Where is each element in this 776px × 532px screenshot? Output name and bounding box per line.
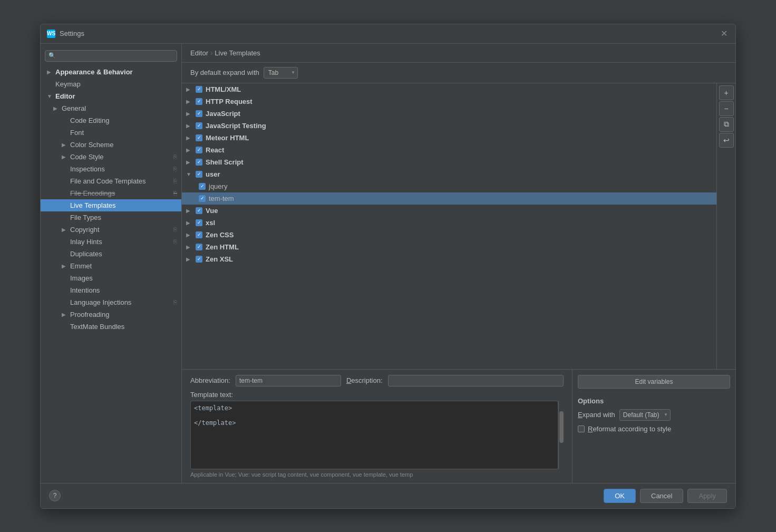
sidebar-item-live-templates[interactable]: Live Templates — [41, 199, 181, 211]
sidebar-item-label: Images — [70, 274, 93, 282]
group-arrow-icon — [186, 232, 192, 238]
group-checkbox[interactable] — [196, 159, 202, 166]
sidebar-item-duplicates[interactable]: Duplicates — [41, 248, 181, 260]
copy-icon: ⎘ — [173, 190, 177, 196]
group-checkbox[interactable] — [196, 86, 202, 93]
dialog-title: Settings — [60, 30, 84, 37]
group-zen-xsl[interactable]: Zen XSL — [182, 253, 716, 265]
group-checkbox[interactable] — [196, 231, 202, 238]
sidebar-item-images[interactable]: Images — [41, 272, 181, 284]
copy-icon: ⎘ — [173, 166, 177, 172]
templates-list: HTML/XML HTTP Request JavaScript — [182, 83, 716, 369]
sidebar-item-emmet[interactable]: ▶ Emmet — [41, 260, 181, 272]
item-checkbox[interactable] — [199, 183, 206, 190]
group-zen-css[interactable]: Zen CSS — [182, 229, 716, 241]
template-item-tem-tem[interactable]: tem-tem — [182, 192, 716, 205]
sidebar-item-inspections[interactable]: Inspections ⎘ — [41, 163, 181, 175]
add-button[interactable]: + — [719, 85, 734, 100]
group-react[interactable]: React — [182, 144, 716, 156]
group-arrow-icon — [186, 244, 192, 250]
breadcrumb: Editor › Live Templates — [182, 44, 735, 63]
arrow-icon: ▶ — [62, 227, 68, 233]
template-item-jquery[interactable]: jquery — [182, 180, 716, 192]
group-arrow-icon — [186, 256, 192, 262]
group-shell-script[interactable]: Shell Script — [182, 156, 716, 168]
sidebar-item-editor[interactable]: ▼ Editor — [41, 90, 181, 102]
copy-button[interactable]: ⧉ — [719, 117, 734, 132]
remove-button[interactable]: − — [719, 101, 734, 116]
edit-variables-button[interactable]: Edit variables — [578, 375, 730, 389]
group-checkbox[interactable] — [196, 98, 202, 105]
template-text-area[interactable]: <template> </template> — [190, 401, 558, 469]
options-expand-wrapper[interactable]: Default (Tab) Tab Space Enter — [619, 409, 671, 421]
sidebar-item-intentions[interactable]: Intentions — [41, 284, 181, 296]
options-expand-select[interactable]: Default (Tab) Tab Space Enter — [619, 409, 671, 421]
group-checkbox[interactable] — [196, 256, 202, 263]
group-meteor-html[interactable]: Meteor HTML — [182, 132, 716, 144]
sidebar-item-file-types[interactable]: File Types — [41, 211, 181, 224]
sidebar-item-label: General — [62, 104, 86, 112]
group-zen-html[interactable]: Zen HTML — [182, 241, 716, 253]
copy-icon: ⎘ — [173, 226, 177, 233]
group-html-xml[interactable]: HTML/XML — [182, 83, 716, 95]
group-checkbox[interactable] — [196, 122, 202, 129]
item-checkbox[interactable] — [199, 195, 206, 202]
group-arrow-icon — [186, 147, 192, 153]
search-box[interactable]: 🔍 — [45, 50, 177, 62]
group-checkbox[interactable] — [196, 244, 202, 250]
search-input[interactable] — [58, 52, 173, 60]
sidebar-item-label: Code Editing — [70, 117, 109, 124]
expand-label: By default expand with — [190, 69, 259, 76]
options-label: Options — [578, 397, 730, 405]
group-checkbox[interactable] — [196, 134, 202, 141]
sidebar-item-label: Color Scheme — [70, 141, 113, 149]
group-vue[interactable]: Vue — [182, 205, 716, 217]
sidebar-item-color-scheme[interactable]: ▶ Color Scheme — [41, 139, 181, 151]
group-checkbox[interactable] — [196, 219, 202, 226]
sidebar-item-general[interactable]: ▶ General — [41, 102, 181, 114]
sidebar-item-inlay-hints[interactable]: Inlay Hints ⎘ — [41, 236, 181, 248]
arrow-icon: ▼ — [47, 93, 53, 99]
sidebar-item-code-editing[interactable]: Code Editing — [41, 114, 181, 127]
sidebar-item-file-code-templates[interactable]: File and Code Templates ⎘ — [41, 175, 181, 187]
ok-button[interactable]: OK — [604, 489, 636, 503]
search-icon: 🔍 — [48, 52, 56, 59]
group-arrow-icon — [186, 123, 192, 129]
group-checkbox[interactable] — [196, 207, 202, 214]
undo-button[interactable]: ↩ — [719, 133, 734, 148]
close-button[interactable]: ✕ — [719, 28, 729, 39]
group-arrow-icon — [186, 220, 192, 226]
group-checkbox[interactable] — [196, 110, 202, 117]
sidebar-item-copyright[interactable]: ▶ Copyright ⎘ — [41, 224, 181, 236]
group-xsl[interactable]: xsl — [182, 217, 716, 229]
reformat-checkbox[interactable] — [578, 425, 585, 432]
bottom-section: Abbreviation: Description: Template text… — [182, 369, 735, 483]
expand-select[interactable]: Tab Space Enter — [264, 67, 298, 79]
sidebar-item-code-style[interactable]: ▶ Code Style ⎘ — [41, 151, 181, 163]
copy-icon: ⎘ — [173, 178, 177, 184]
sidebar-item-file-encodings[interactable]: File Encodings ⎘ — [41, 187, 181, 199]
sidebar-item-language-injections[interactable]: Language Injections ⎘ — [41, 296, 181, 308]
expand-select-wrapper[interactable]: Tab Space Enter — [264, 67, 298, 79]
group-checkbox[interactable] — [196, 147, 202, 153]
group-javascript[interactable]: JavaScript — [182, 108, 716, 120]
sidebar-item-appearance[interactable]: ▶ Appearance & Behavior — [41, 66, 181, 78]
scrollbar-track[interactable] — [558, 401, 564, 469]
description-input[interactable] — [388, 375, 564, 386]
template-text-label: Template text: — [190, 391, 564, 399]
group-user[interactable]: user — [182, 168, 716, 180]
apply-button[interactable]: Apply — [687, 489, 727, 503]
sidebar-item-label: TextMate Bundles — [70, 323, 124, 331]
sidebar-item-textmate-bundles[interactable]: TextMate Bundles — [41, 321, 181, 333]
abbreviation-input[interactable] — [236, 375, 341, 386]
help-button[interactable]: ? — [49, 490, 61, 501]
sidebar-item-keymap[interactable]: Keymap — [41, 78, 181, 90]
arrow-icon: ▶ — [62, 142, 68, 148]
sidebar-item-label: Inlay Hints — [70, 238, 102, 246]
group-javascript-testing[interactable]: JavaScript Testing — [182, 120, 716, 132]
cancel-button[interactable]: Cancel — [640, 489, 683, 503]
group-checkbox[interactable] — [196, 171, 202, 178]
sidebar-item-font[interactable]: Font — [41, 127, 181, 139]
group-http-request[interactable]: HTTP Request — [182, 95, 716, 108]
sidebar-item-proofreading[interactable]: ▶ Proofreading — [41, 308, 181, 321]
